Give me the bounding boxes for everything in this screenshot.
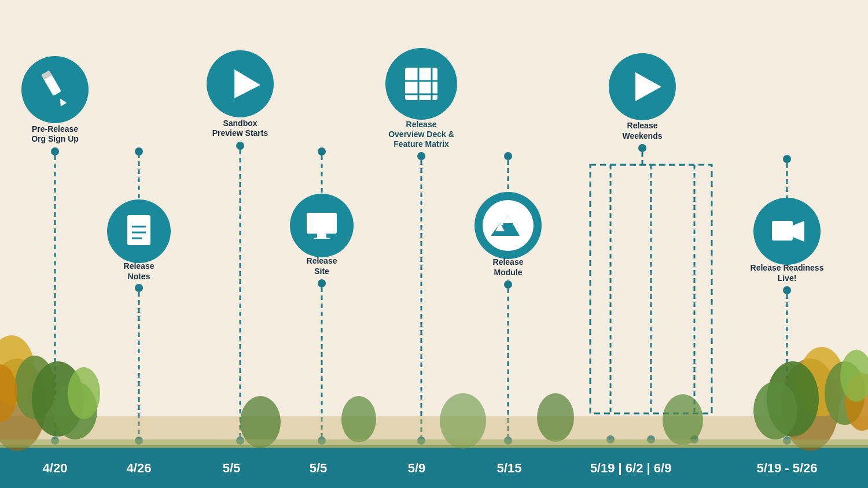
weekends-label-2: Weekends bbox=[623, 131, 663, 141]
date-2: 4/26 bbox=[127, 461, 152, 475]
date-3: 5/5 bbox=[223, 461, 241, 475]
date-8: 5/19 - 5/26 bbox=[756, 461, 817, 475]
video-icon bbox=[772, 221, 804, 242]
release-notes-dot-mid bbox=[135, 284, 143, 292]
overview-label-3: Feature Matrix bbox=[393, 139, 449, 149]
sandbox-dot-top bbox=[236, 142, 244, 150]
readiness-dot-mid bbox=[783, 286, 791, 294]
sandbox-label-1: Sandbox bbox=[223, 119, 257, 128]
date-7: 5/19 | 6/2 | 6/9 bbox=[590, 461, 672, 475]
overview-dot-top bbox=[417, 152, 425, 160]
readiness-dot-top bbox=[783, 155, 791, 163]
release-site-dot-top bbox=[318, 147, 326, 156]
weekends-label-1: Release bbox=[627, 121, 658, 130]
date-4: 5/5 bbox=[310, 461, 328, 475]
module-label-1: Release bbox=[493, 257, 524, 267]
pre-release-label-1: Pre-Release bbox=[32, 124, 78, 134]
module-dot-mid bbox=[504, 280, 512, 289]
svg-rect-10 bbox=[317, 234, 326, 238]
svg-rect-12 bbox=[405, 68, 437, 100]
document-icon bbox=[127, 215, 150, 245]
overview-label-2: Overview Deck & bbox=[388, 130, 454, 139]
module-dot-top bbox=[504, 152, 512, 160]
svg-rect-9 bbox=[307, 213, 337, 234]
svg-point-40 bbox=[341, 396, 376, 442]
pre-release-dot-top bbox=[51, 147, 59, 156]
pre-release-label-2: Org Sign Up bbox=[31, 134, 79, 143]
timeline-svg: 4/20 4/26 5/5 5/5 5/9 5/15 5/19 | 6/2 | … bbox=[0, 0, 868, 488]
date-6: 5/15 bbox=[497, 461, 522, 475]
svg-rect-45 bbox=[0, 445, 868, 448]
release-site-label-2: Site bbox=[314, 267, 329, 276]
mountain-icon bbox=[483, 200, 534, 251]
sandbox-label-2: Preview Starts bbox=[212, 128, 269, 138]
svg-point-37 bbox=[753, 382, 797, 439]
weekends-dot-top bbox=[638, 144, 646, 152]
release-notes-dot-top bbox=[135, 147, 143, 156]
svg-rect-5 bbox=[127, 215, 150, 245]
grid-icon bbox=[405, 68, 437, 100]
module-label-2: Module bbox=[494, 268, 523, 277]
overview-label-1: Release bbox=[406, 120, 437, 129]
svg-rect-22 bbox=[772, 221, 793, 241]
release-site-label-1: Release bbox=[307, 256, 337, 265]
release-site-dot-mid bbox=[318, 279, 326, 287]
readiness-label-2: Live! bbox=[778, 273, 797, 283]
svg-point-42 bbox=[537, 393, 574, 442]
readiness-label-1: Release Readiness bbox=[751, 263, 824, 272]
release-notes-label-2: Notes bbox=[128, 272, 150, 281]
svg-point-43 bbox=[663, 394, 703, 445]
date-5: 5/9 bbox=[408, 461, 426, 475]
svg-point-31 bbox=[68, 367, 100, 419]
date-1: 4/20 bbox=[43, 461, 68, 475]
release-notes-label-1: Release bbox=[124, 261, 155, 271]
